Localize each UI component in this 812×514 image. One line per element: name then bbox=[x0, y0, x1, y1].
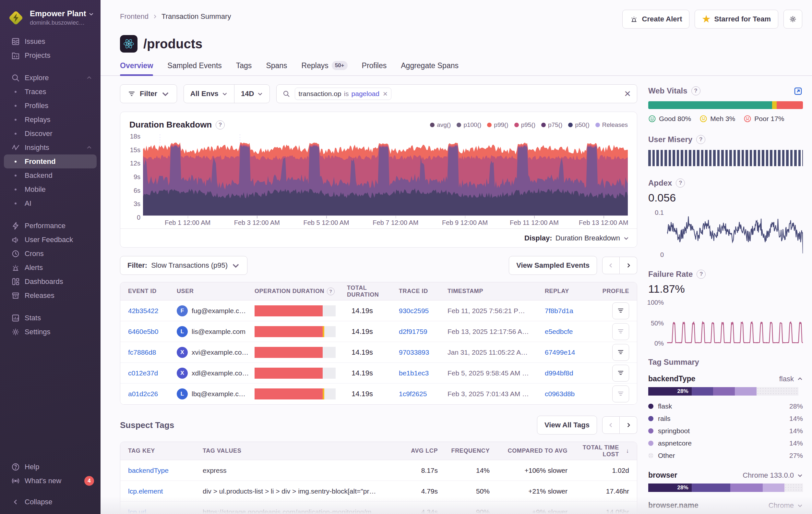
tag-key-link[interactable]: lcp.url bbox=[128, 508, 146, 514]
sidebar-item-frontend[interactable]: Frontend bbox=[4, 155, 97, 168]
tag-key-link[interactable]: backendType bbox=[128, 467, 169, 474]
filter-button[interactable]: Filter bbox=[120, 84, 177, 103]
next-page-button[interactable] bbox=[620, 257, 637, 274]
search-filter-token[interactable]: transaction.op is pageload ✕ bbox=[295, 88, 391, 100]
help-icon[interactable]: ? bbox=[691, 86, 700, 96]
profile-button[interactable] bbox=[612, 302, 629, 319]
tab-overview[interactable]: Overview bbox=[120, 61, 153, 75]
chevron-down-icon bbox=[89, 11, 94, 17]
sidebar-item-projects[interactable]: Projects bbox=[4, 48, 97, 62]
event-id-link[interactable]: 42b35422 bbox=[128, 307, 158, 315]
sidebar-item-explore[interactable]: Explore bbox=[4, 71, 97, 85]
legend-label[interactable]: p99() bbox=[494, 121, 508, 129]
failure-rate-trend-chart[interactable] bbox=[667, 300, 803, 345]
prev-page-button[interactable] bbox=[602, 416, 620, 434]
remove-token-icon[interactable]: ✕ bbox=[382, 90, 388, 98]
sidebar-item-discover[interactable]: Discover bbox=[4, 127, 97, 140]
tag-value-selector[interactable]: Chrome bbox=[768, 502, 803, 510]
profile-button[interactable] bbox=[612, 344, 629, 361]
next-page-button[interactable] bbox=[620, 416, 637, 434]
sorted-column-header[interactable]: TOTAL TIME LOST ↓ bbox=[568, 444, 629, 458]
sidebar-item-issues[interactable]: Issues bbox=[4, 34, 97, 48]
view-all-tags-button[interactable]: View All Tags bbox=[537, 416, 597, 434]
sidebar-item-insights[interactable]: Insights bbox=[4, 140, 97, 155]
tag-distribution-bar[interactable]: 28% bbox=[648, 387, 803, 396]
sidebar-item-label: Issues bbox=[25, 37, 94, 46]
breadcrumb-project[interactable]: Frontend bbox=[120, 12, 148, 21]
transactions-filter-button[interactable]: Filter: Slow Transactions (p95) bbox=[120, 256, 248, 275]
tab-replays[interactable]: Replays50+ bbox=[301, 61, 348, 75]
help-icon[interactable]: ? bbox=[676, 179, 685, 188]
replay-link[interactable]: d994bf8d bbox=[545, 369, 573, 377]
trace-id-link[interactable]: be1b1ec3 bbox=[399, 369, 429, 377]
tab-aggregate-spans[interactable]: Aggregate Spans bbox=[401, 61, 459, 75]
profile-button[interactable] bbox=[612, 385, 629, 402]
tag-key-link[interactable]: lcp.element bbox=[128, 487, 163, 495]
sidebar-item-stats[interactable]: Stats bbox=[4, 311, 97, 325]
sidebar-collapse-button[interactable]: Collapse bbox=[4, 495, 97, 509]
sidebar-item-crons[interactable]: Crons bbox=[4, 247, 97, 261]
prev-page-button[interactable] bbox=[602, 257, 620, 274]
trace-id-link[interactable]: d2f91759 bbox=[399, 328, 427, 335]
sidebar-item-whats-new[interactable]: What's new 4 bbox=[4, 474, 97, 488]
event-id-link[interactable]: c012e37d bbox=[128, 369, 158, 377]
sidebar-item-releases[interactable]: Releases bbox=[4, 289, 97, 302]
replay-link[interactable]: 67499e14 bbox=[545, 349, 575, 356]
event-id-link[interactable]: a01d2c26 bbox=[128, 390, 158, 398]
tag-distribution-bar[interactable]: 28% bbox=[648, 484, 803, 492]
legend-label[interactable]: p100() bbox=[463, 121, 481, 129]
tab-spans[interactable]: Spans bbox=[266, 61, 287, 75]
sidebar-item-dashboards[interactable]: Dashboards bbox=[4, 274, 97, 289]
sidebar-item-ai[interactable]: AI bbox=[4, 196, 97, 210]
apdex-trend-chart[interactable] bbox=[667, 209, 803, 257]
replay-link[interactable]: 7f8b7d1a bbox=[545, 307, 573, 315]
help-icon[interactable]: ? bbox=[327, 288, 335, 295]
sidebar-item-backend[interactable]: Backend bbox=[4, 168, 97, 182]
sidebar-item-alerts[interactable]: Alerts bbox=[4, 261, 97, 274]
legend-label[interactable]: avg() bbox=[437, 121, 451, 129]
replay-link[interactable]: c0963d8b bbox=[545, 390, 575, 398]
sidebar-item-user-feedback[interactable]: User Feedback bbox=[4, 233, 97, 247]
sidebar-item-replays[interactable]: Replays bbox=[4, 113, 97, 127]
trace-id-link[interactable]: 97033893 bbox=[399, 349, 429, 356]
date-range-selector[interactable]: 14D bbox=[234, 85, 269, 103]
siren-icon bbox=[6, 263, 25, 272]
legend-label[interactable]: p50() bbox=[575, 121, 589, 129]
tag-value-selector[interactable]: Chrome 133.0.0 bbox=[743, 471, 803, 480]
tab-sampled-events[interactable]: Sampled Events bbox=[167, 61, 222, 75]
tab-profiles[interactable]: Profiles bbox=[362, 61, 387, 75]
event-id-link[interactable]: 6460e5b0 bbox=[128, 328, 158, 335]
help-icon[interactable]: ? bbox=[697, 270, 706, 279]
settings-button[interactable] bbox=[783, 10, 802, 29]
environment-selector[interactable]: All Envs bbox=[184, 85, 234, 103]
duration-breakdown-chart[interactable] bbox=[143, 134, 628, 215]
view-sampled-events-button[interactable]: View Sampled Events bbox=[509, 256, 597, 275]
org-switcher[interactable]: Empower Plant dominik.buszowiec… bbox=[0, 6, 100, 32]
trace-id-link[interactable]: 930c2595 bbox=[399, 307, 429, 315]
replay-link[interactable]: e5edbcfe bbox=[545, 328, 573, 335]
legend-label[interactable]: Releases bbox=[602, 121, 628, 129]
open-in-new-icon[interactable] bbox=[793, 86, 803, 97]
tab-tags[interactable]: Tags bbox=[236, 61, 252, 75]
sidebar-item-performance[interactable]: Performance bbox=[4, 219, 97, 233]
sidebar-item-help[interactable]: Help bbox=[4, 460, 97, 474]
sidebar-item-mobile[interactable]: Mobile bbox=[4, 182, 97, 196]
search-input[interactable]: transaction.op is pageload ✕ ✕ bbox=[276, 84, 637, 103]
tag-value-selector[interactable]: flask bbox=[779, 375, 803, 383]
starred-for-team-button[interactable]: ★ Starred for Team bbox=[695, 10, 778, 29]
event-id-link[interactable]: fc7886d8 bbox=[128, 349, 156, 356]
profile-button[interactable] bbox=[612, 323, 629, 340]
display-selector[interactable]: Duration Breakdown bbox=[555, 234, 629, 242]
legend-label[interactable]: p75() bbox=[548, 121, 562, 129]
clear-search-icon[interactable]: ✕ bbox=[624, 89, 631, 99]
sidebar-item-profiles[interactable]: Profiles bbox=[4, 99, 97, 113]
profile-button[interactable] bbox=[612, 365, 629, 382]
filter-label: Filter bbox=[140, 89, 157, 98]
legend-label[interactable]: p95() bbox=[521, 121, 535, 129]
sidebar-item-settings[interactable]: Settings bbox=[4, 325, 97, 339]
help-icon[interactable]: ? bbox=[696, 135, 705, 144]
trace-id-link[interactable]: 1c9f2625 bbox=[399, 390, 427, 398]
help-icon[interactable]: ? bbox=[216, 120, 225, 130]
sidebar-item-traces[interactable]: Traces bbox=[4, 85, 97, 99]
create-alert-button[interactable]: Create Alert bbox=[622, 10, 690, 29]
